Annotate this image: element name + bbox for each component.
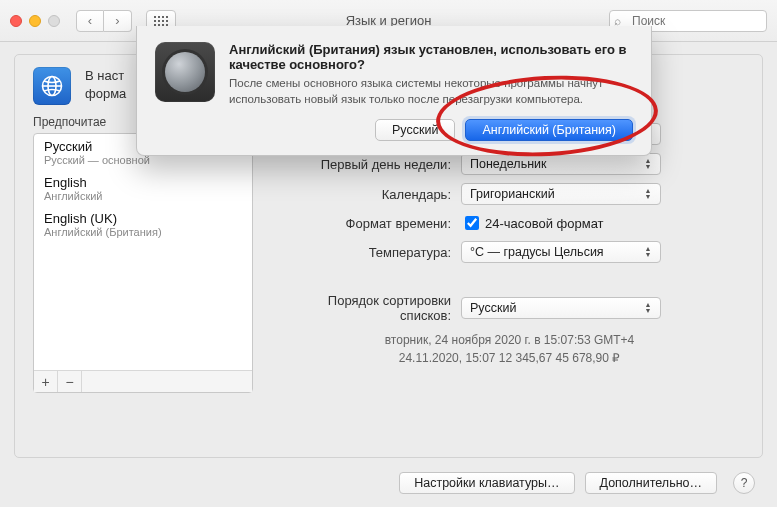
add-language-button[interactable]: + <box>34 371 58 392</box>
globe-icon <box>33 67 71 105</box>
traffic-lights <box>10 15 60 27</box>
keyboard-settings-button[interactable]: Настройки клавиатуры… <box>399 472 574 494</box>
language-list-footer: + − <box>34 370 252 392</box>
sortorder-label: Порядок сортировки списков: <box>275 293 461 323</box>
nav-buttons: ‹ › <box>76 10 132 32</box>
calendar-select[interactable]: Григорианский ▲▼ <box>461 183 661 205</box>
timeformat-value: 24-часовой формат <box>485 216 604 231</box>
dialog-primary-button[interactable]: Английский (Британия) <box>465 119 633 141</box>
sortorder-select[interactable]: Русский ▲▼ <box>461 297 661 319</box>
firstday-value: Понедельник <box>470 157 547 171</box>
dialog-buttons: Русский Английский (Британия) <box>229 119 633 141</box>
dialog-cancel-button[interactable]: Русский <box>375 119 455 141</box>
language-name: English <box>44 175 242 190</box>
list-item[interactable]: English Английский <box>34 170 252 206</box>
chevron-updown-icon: ▲▼ <box>640 242 656 262</box>
left-column: Предпочитае Русский Русский — основной E… <box>33 115 253 393</box>
sortorder-row: Порядок сортировки списков: Русский ▲▼ <box>275 293 744 323</box>
chevron-updown-icon: ▲▼ <box>640 298 656 318</box>
calendar-row: Календарь: Григорианский ▲▼ <box>275 183 744 205</box>
remove-language-button[interactable]: − <box>58 371 82 392</box>
language-list[interactable]: Русский Русский — основной English Англи… <box>34 134 252 370</box>
syspref-gear-icon <box>155 42 215 102</box>
timeformat-label: Формат времени: <box>275 216 461 231</box>
primary-language-dialog: Английский (Британия) язык установлен, и… <box>136 26 652 156</box>
bottom-bar: Настройки клавиатуры… Дополнительно… ? <box>0 468 777 494</box>
firstday-select[interactable]: Понедельник ▲▼ <box>461 153 661 175</box>
dialog-text: Английский (Британия) язык установлен, и… <box>229 42 633 141</box>
intro-line2-visible: форма <box>85 86 126 101</box>
sample-line2: 24.11.2020, 15:07 12 345,67 45 678,90 ₽ <box>275 349 744 367</box>
forward-button[interactable]: › <box>104 10 132 32</box>
language-listbox: Русский Русский — основной English Англи… <box>33 133 253 393</box>
language-sub: Английский <box>44 190 242 202</box>
close-window-button[interactable] <box>10 15 22 27</box>
sortorder-value: Русский <box>470 301 516 315</box>
timeformat-row: Формат времени: 24-часовой формат <box>275 213 744 233</box>
grid-icon <box>154 16 168 26</box>
format-sample: вторник, 24 ноября 2020 г. в 15:07:53 GM… <box>275 331 744 367</box>
back-button[interactable]: ‹ <box>76 10 104 32</box>
advanced-button[interactable]: Дополнительно… <box>585 472 717 494</box>
temperature-select[interactable]: °C — градусы Цельсия ▲▼ <box>461 241 661 263</box>
minimize-window-button[interactable] <box>29 15 41 27</box>
calendar-value: Григорианский <box>470 187 555 201</box>
dialog-body: После смены основного языка системы неко… <box>229 76 633 107</box>
columns: Предпочитае Русский Русский — основной E… <box>33 115 744 393</box>
calendar-label: Календарь: <box>275 187 461 202</box>
list-item[interactable]: English (UK) Английский (Британия) <box>34 206 252 242</box>
temperature-row: Температура: °C — градусы Цельсия ▲▼ <box>275 241 744 263</box>
language-sub: Английский (Британия) <box>44 226 242 238</box>
temperature-label: Температура: <box>275 245 461 260</box>
sample-line1: вторник, 24 ноября 2020 г. в 15:07:53 GM… <box>275 331 744 349</box>
help-button[interactable]: ? <box>733 472 755 494</box>
dialog-title: Английский (Британия) язык установлен, и… <box>229 42 633 72</box>
temperature-value: °C — градусы Цельсия <box>470 245 604 259</box>
timeformat-checkbox[interactable] <box>465 216 479 230</box>
firstday-label: Первый день недели: <box>275 157 461 172</box>
language-name: English (UK) <box>44 211 242 226</box>
intro-line1-visible: В наст <box>85 68 124 83</box>
chevron-updown-icon: ▲▼ <box>640 154 656 174</box>
zoom-window-button[interactable] <box>48 15 60 27</box>
firstday-row: Первый день недели: Понедельник ▲▼ <box>275 153 744 175</box>
chevron-updown-icon: ▲▼ <box>640 184 656 204</box>
